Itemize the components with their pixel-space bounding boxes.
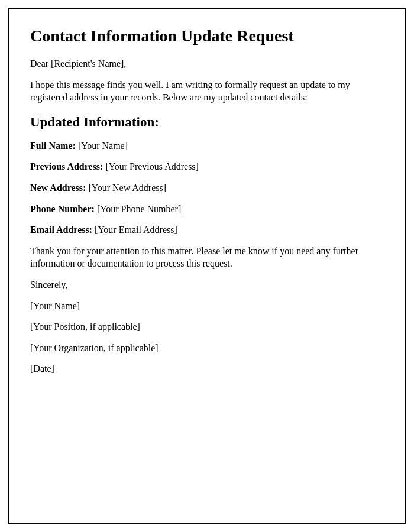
field-full-name: Full Name: [Your Name] (30, 140, 384, 153)
previous-address-label: Previous Address: (30, 161, 103, 171)
thank-you-paragraph: Thank you for your attention to this mat… (30, 245, 384, 270)
email-address-value: [Your Email Address] (92, 225, 177, 235)
field-new-address: New Address: [Your New Address] (30, 181, 384, 194)
full-name-label: Full Name: (30, 141, 76, 151)
field-email-address: Email Address: [Your Email Address] (30, 223, 384, 236)
section-heading: Updated Information: (30, 115, 384, 130)
salutation-line: Dear [Recipient's Name], (30, 57, 384, 70)
new-address-label: New Address: (30, 183, 86, 193)
signature-name: [Your Name] (30, 300, 384, 313)
document-container: Contact Information Update Request Dear … (8, 8, 406, 524)
previous-address-value: [Your Previous Address] (103, 161, 199, 171)
field-previous-address: Previous Address: [Your Previous Address… (30, 160, 384, 173)
new-address-value: [Your New Address] (86, 183, 166, 193)
closing-line: Sincerely, (30, 278, 384, 291)
phone-number-value: [Your Phone Number] (95, 204, 181, 214)
phone-number-label: Phone Number: (30, 204, 95, 214)
signature-position: [Your Position, if applicable] (30, 320, 384, 333)
intro-paragraph: I hope this message finds you well. I am… (30, 79, 384, 104)
signature-date: [Date] (30, 362, 384, 375)
field-phone-number: Phone Number: [Your Phone Number] (30, 203, 384, 216)
email-address-label: Email Address: (30, 225, 92, 235)
signature-organization: [Your Organization, if applicable] (30, 342, 384, 355)
full-name-value: [Your Name] (76, 141, 128, 151)
document-title: Contact Information Update Request (30, 27, 384, 46)
